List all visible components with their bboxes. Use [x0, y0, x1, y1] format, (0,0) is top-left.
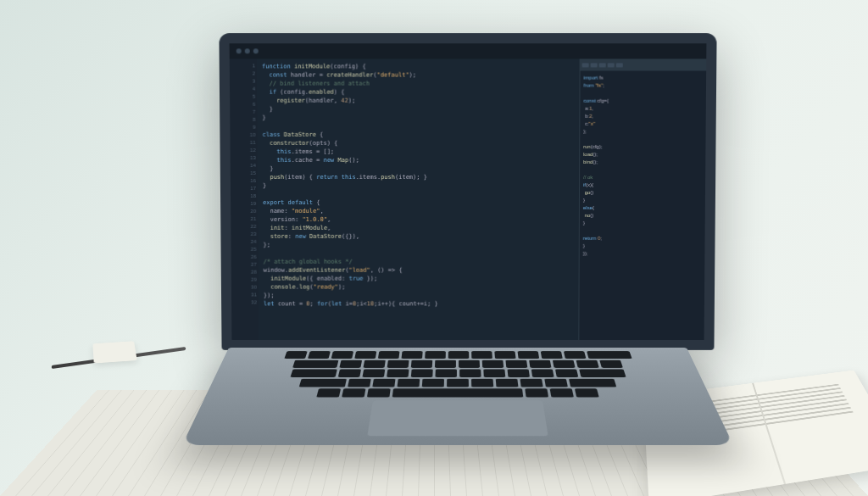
trackpad — [367, 400, 548, 436]
line-number-gutter: 1234567891011121314151617181920212223242… — [230, 59, 259, 340]
window-titlebar — [230, 43, 707, 59]
code-area: function initModule(config) { const hand… — [257, 59, 580, 340]
laptop: 1234567891011121314151617181920212223242… — [220, 34, 695, 496]
laptop-keyboard — [182, 348, 733, 445]
traffic-light-icon — [236, 48, 242, 53]
side-panel: import fs from "fs"; const cfg={ a:1, b:… — [578, 59, 706, 340]
side-panel-toolbar — [581, 59, 707, 70]
eraser — [92, 341, 136, 363]
traffic-light-icon — [245, 48, 250, 53]
code-editor: 1234567891011121314151617181920212223242… — [230, 59, 707, 340]
traffic-light-icon — [253, 48, 259, 53]
laptop-screen: 1234567891011121314151617181920212223242… — [219, 33, 716, 350]
